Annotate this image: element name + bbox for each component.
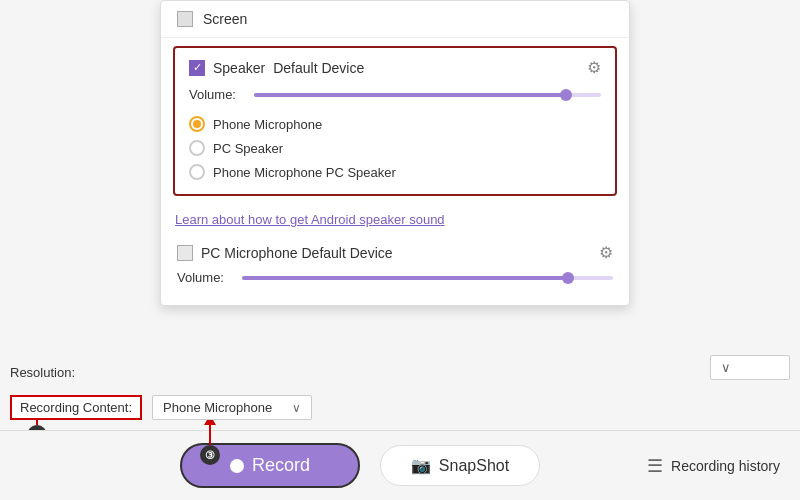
radio-pc-speaker-label: PC Speaker (213, 141, 283, 156)
radio-phone-mic-label: Phone Microphone (213, 117, 322, 132)
radio-combined-label: Phone Microphone PC Speaker (213, 165, 396, 180)
radio-combined-button[interactable] (189, 164, 205, 180)
dropdown-panel: Screen Speaker Default Device ⚙ Volume: (160, 0, 630, 306)
speaker-section: Speaker Default Device ⚙ Volume: Phone M… (173, 46, 617, 196)
radio-pc-speaker[interactable]: PC Speaker (189, 136, 601, 160)
recording-content-value: Phone Microphone (163, 400, 272, 415)
bottom-bar: ③ Record 📷 SnapShot ☰ Recording history (0, 430, 800, 500)
speaker-volume-slider[interactable] (254, 93, 601, 97)
snapshot-label: SnapShot (439, 457, 509, 475)
pc-mic-header: PC Microphone Default Device ⚙ (177, 243, 613, 262)
main-area: Screen Speaker Default Device ⚙ Volume: (0, 0, 800, 500)
record-icon (230, 459, 244, 473)
history-label: Recording history (671, 458, 780, 474)
pc-mic-device: Default Device (302, 245, 393, 261)
resolution-dropdown-arrow: ∨ (721, 360, 731, 375)
pc-mic-gear-icon[interactable]: ⚙ (599, 243, 613, 262)
radio-phone-mic-button[interactable] (189, 116, 205, 132)
pc-mic-section: PC Microphone Default Device ⚙ Volume: (161, 237, 629, 305)
recording-content-dropdown[interactable]: Phone Microphone ∨ (152, 395, 312, 420)
history-icon: ☰ (647, 455, 663, 477)
badge-3: ③ (200, 445, 220, 465)
speaker-header: Speaker Default Device ⚙ (189, 58, 601, 77)
speaker-volume-label: Volume: (189, 87, 244, 102)
recording-content-row: Recording Content: Phone Microphone ∨ (10, 395, 312, 420)
recording-content-label: Recording Content: (10, 395, 142, 420)
screen-checkbox[interactable] (177, 11, 193, 27)
history-button[interactable]: ☰ Recording history (647, 455, 780, 477)
screen-label: Screen (203, 11, 247, 27)
resolution-row: Resolution: (10, 365, 75, 380)
arrow-3-line (209, 425, 211, 445)
record-label: Record (252, 455, 310, 476)
pc-mic-volume-slider[interactable] (242, 276, 613, 280)
speaker-checkbox[interactable] (189, 60, 205, 76)
annotation-3: ③ (200, 415, 220, 465)
camera-icon: 📷 (411, 456, 431, 475)
pc-mic-name: PC Microphone (201, 245, 298, 261)
resolution-dropdown[interactable]: ∨ (710, 355, 790, 380)
radio-phone-mic[interactable]: Phone Microphone (189, 112, 601, 136)
radio-pc-speaker-button[interactable] (189, 140, 205, 156)
recording-content-dropdown-arrow: ∨ (292, 401, 301, 415)
snapshot-button[interactable]: 📷 SnapShot (380, 445, 540, 486)
pc-mic-checkbox[interactable] (177, 245, 193, 261)
speaker-device: Default Device (273, 60, 364, 76)
resolution-label: Resolution: (10, 365, 75, 380)
radio-phone-mic-pc-speaker[interactable]: Phone Microphone PC Speaker (189, 160, 601, 184)
learn-link[interactable]: Learn about how to get Android speaker s… (161, 204, 629, 237)
speaker-title: Speaker (213, 60, 265, 76)
pc-mic-volume-label: Volume: (177, 270, 232, 285)
pc-mic-volume-row: Volume: (177, 270, 613, 285)
screen-row: Screen (161, 1, 629, 38)
pc-mic-labels: PC Microphone Default Device (201, 245, 393, 261)
speaker-gear-icon[interactable]: ⚙ (587, 58, 601, 77)
speaker-volume-row: Volume: (189, 87, 601, 102)
